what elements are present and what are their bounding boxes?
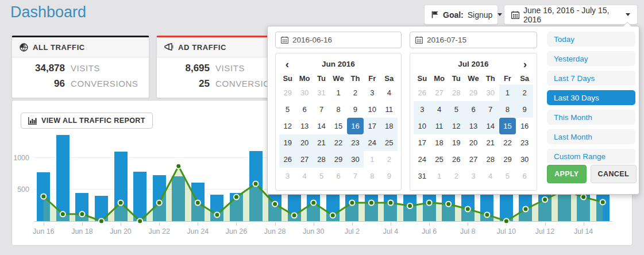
date-range-button[interactable]: June 16, 2016 - July 15, 2016: [504, 5, 638, 25]
calendar-day[interactable]: 11: [381, 101, 398, 118]
calendar-day[interactable]: 6: [330, 168, 346, 184]
calendar-day[interactable]: 15: [330, 118, 346, 134]
calendar-day[interactable]: 30: [482, 84, 499, 101]
calendar-day[interactable]: 5: [499, 168, 516, 184]
calendar-day[interactable]: 17: [364, 118, 380, 134]
calendar-day[interactable]: 3: [414, 101, 431, 118]
calendar-day[interactable]: 13: [465, 118, 482, 134]
calendar-day[interactable]: 5: [313, 168, 330, 184]
calendar-day[interactable]: 20: [465, 134, 482, 151]
calendar-day[interactable]: 26: [279, 151, 296, 168]
calendar-day[interactable]: 2: [347, 84, 364, 101]
calendar-day[interactable]: 25: [381, 134, 398, 151]
calendar-day[interactable]: 27: [431, 84, 448, 101]
calendar-day[interactable]: 22: [499, 134, 516, 151]
calendar-day[interactable]: 2: [381, 151, 398, 168]
calendar-day[interactable]: 6: [516, 168, 533, 184]
view-all-traffic-report-button[interactable]: VIEW ALL TRAFFIC REPORT: [21, 113, 153, 129]
calendar-day[interactable]: 3: [279, 168, 296, 184]
calendar-day[interactable]: 26: [414, 84, 431, 101]
calendar-day[interactable]: 7: [313, 101, 330, 118]
range-option-last-30-days[interactable]: Last 30 Days: [547, 90, 635, 105]
range-option-last-7-days[interactable]: Last 7 Days: [547, 71, 635, 86]
calendar-day[interactable]: 29: [499, 151, 516, 168]
range-option-this-month[interactable]: This Month: [547, 110, 635, 125]
calendar-day[interactable]: 28: [313, 151, 330, 168]
calendar-day[interactable]: 27: [465, 151, 482, 168]
end-date-input[interactable]: 2016-07-15: [410, 32, 537, 48]
calendar-day[interactable]: 30: [296, 84, 313, 101]
calendar-day[interactable]: 19: [448, 134, 465, 151]
calendar-day[interactable]: 2: [448, 168, 465, 184]
goal-dropdown-button[interactable]: Goal: Signup: [424, 5, 498, 25]
calendar-day[interactable]: 4: [431, 101, 448, 118]
calendar-day[interactable]: 12: [448, 118, 465, 134]
calendar-day[interactable]: 21: [313, 134, 330, 151]
calendar-day[interactable]: 18: [381, 118, 398, 134]
calendar-day[interactable]: 25: [431, 151, 448, 168]
calendar-day[interactable]: 6: [465, 101, 482, 118]
calendar-day[interactable]: 21: [482, 134, 499, 151]
calendar-day[interactable]: 28: [482, 151, 499, 168]
calendar-day[interactable]: 4: [482, 168, 499, 184]
calendar-day[interactable]: 15: [499, 118, 516, 134]
calendar-day[interactable]: 29: [465, 84, 482, 101]
calendar-day[interactable]: 18: [431, 134, 448, 151]
range-option-custom-range[interactable]: Custom Range: [547, 149, 635, 164]
calendar-day[interactable]: 12: [279, 118, 296, 134]
calendar-day[interactable]: 22: [330, 134, 346, 151]
start-date-input[interactable]: 2016-06-16: [275, 32, 402, 48]
calendar-day[interactable]: 5: [448, 101, 465, 118]
range-option-today[interactable]: Today: [547, 32, 635, 47]
calendar-day[interactable]: 31: [313, 84, 330, 101]
prev-month-button[interactable]: ‹: [280, 56, 294, 72]
cancel-button[interactable]: CANCEL: [591, 165, 637, 183]
calendar-day[interactable]: 23: [347, 134, 364, 151]
calendar-day[interactable]: 3: [364, 84, 380, 101]
calendar-day[interactable]: 1: [364, 151, 380, 168]
calendar-day[interactable]: 23: [516, 134, 533, 151]
calendar-day[interactable]: 16: [516, 118, 533, 134]
calendar-day[interactable]: 24: [414, 151, 431, 168]
calendar-day[interactable]: 10: [414, 118, 431, 134]
calendar-day[interactable]: 28: [448, 84, 465, 101]
calendar-day[interactable]: 1: [499, 84, 516, 101]
calendar-day[interactable]: 4: [381, 84, 398, 101]
calendar-day[interactable]: 9: [516, 101, 533, 118]
calendar-day[interactable]: 14: [482, 118, 499, 134]
range-option-last-month[interactable]: Last Month: [547, 129, 635, 144]
calendar-day[interactable]: 5: [279, 101, 296, 118]
calendar-day[interactable]: 11: [431, 118, 448, 134]
calendar-day[interactable]: 14: [313, 118, 330, 134]
calendar-day[interactable]: 7: [347, 168, 364, 184]
calendar-day[interactable]: 8: [499, 101, 516, 118]
calendar-day[interactable]: 13: [296, 118, 313, 134]
calendar-day[interactable]: 30: [516, 151, 533, 168]
calendar-day[interactable]: 3: [465, 168, 482, 184]
calendar-day[interactable]: 1: [330, 84, 346, 101]
calendar-day[interactable]: 2: [516, 84, 533, 101]
calendar-day[interactable]: 20: [296, 134, 313, 151]
calendar-day[interactable]: 6: [296, 101, 313, 118]
calendar-day[interactable]: 16: [347, 118, 364, 134]
calendar-day[interactable]: 26: [448, 151, 465, 168]
calendar-day[interactable]: 1: [431, 168, 448, 184]
calendar-day[interactable]: 24: [364, 134, 380, 151]
calendar-day[interactable]: 30: [347, 151, 364, 168]
calendar-day[interactable]: 10: [364, 101, 380, 118]
calendar-day[interactable]: 9: [381, 168, 398, 184]
calendar-day[interactable]: 19: [279, 134, 296, 151]
apply-button[interactable]: APPLY: [547, 165, 587, 183]
next-month-button[interactable]: ›: [518, 56, 532, 72]
calendar-day[interactable]: 29: [279, 84, 296, 101]
calendar-day[interactable]: 4: [296, 168, 313, 184]
calendar-day[interactable]: 9: [347, 101, 364, 118]
calendar-day[interactable]: 29: [330, 151, 346, 168]
calendar-day[interactable]: 17: [414, 134, 431, 151]
range-option-yesterday[interactable]: Yesterday: [547, 51, 635, 66]
calendar-day[interactable]: 27: [296, 151, 313, 168]
calendar-day[interactable]: 7: [482, 101, 499, 118]
calendar-day[interactable]: 31: [414, 168, 431, 184]
calendar-day[interactable]: 8: [330, 101, 346, 118]
calendar-day[interactable]: 8: [364, 168, 380, 184]
